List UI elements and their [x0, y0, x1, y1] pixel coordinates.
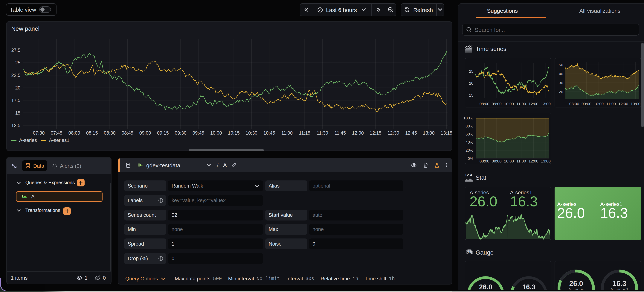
svg-text:13:00: 13:00: [630, 102, 640, 106]
svg-text:08:00: 08:00: [569, 102, 579, 106]
svg-text:13:00: 13:00: [541, 159, 551, 163]
svg-text:15: 15: [469, 93, 473, 97]
svg-text:40%: 40%: [466, 140, 473, 144]
svg-text:09:00: 09:00: [492, 159, 502, 163]
svg-text:10:00: 10:00: [504, 159, 514, 163]
svg-text:08:00: 08:00: [480, 159, 490, 163]
svg-text:30: 30: [559, 81, 563, 85]
svg-text:12:00: 12:00: [528, 102, 538, 106]
svg-text:11:00: 11:00: [516, 159, 526, 163]
svg-text:12:00: 12:00: [528, 159, 538, 163]
svg-text:11:00: 11:00: [516, 102, 526, 106]
svg-text:09:00: 09:00: [582, 102, 592, 106]
svg-text:50: 50: [559, 63, 563, 67]
svg-text:0%: 0%: [468, 156, 473, 160]
svg-text:100%: 100%: [463, 116, 473, 120]
svg-text:25: 25: [469, 69, 473, 73]
svg-text:80%: 80%: [466, 124, 473, 128]
svg-text:10:00: 10:00: [594, 102, 604, 106]
svg-text:11:00: 11:00: [606, 102, 616, 106]
svg-text:20: 20: [469, 81, 473, 85]
svg-text:60%: 60%: [466, 132, 473, 136]
svg-text:08:00: 08:00: [480, 102, 490, 106]
svg-text:10:00: 10:00: [504, 102, 514, 106]
svg-text:40: 40: [559, 72, 563, 76]
svg-text:09:00: 09:00: [492, 102, 502, 106]
svg-text:13:00: 13:00: [541, 102, 551, 106]
svg-text:20: 20: [559, 90, 563, 94]
svg-text:12:00: 12:00: [618, 102, 628, 106]
svg-text:20%: 20%: [466, 148, 473, 152]
